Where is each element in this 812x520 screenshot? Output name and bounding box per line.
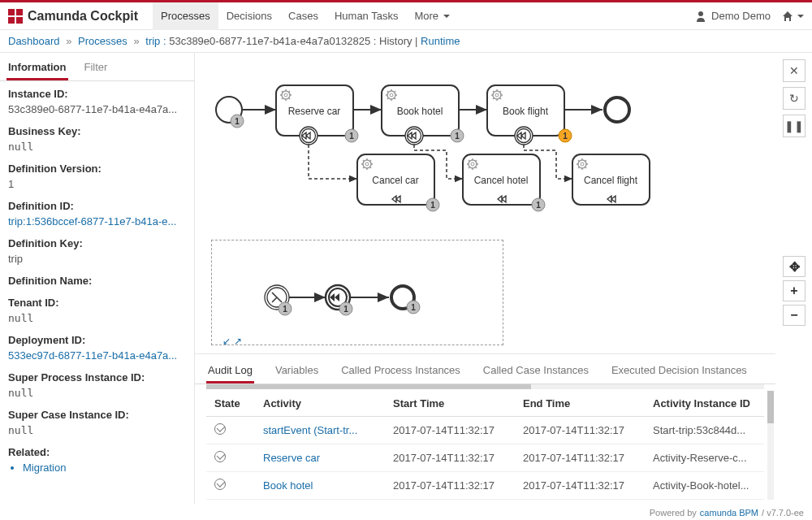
svg-point-4 — [698, 11, 703, 16]
instance-controls: ✕ ↻ ❚❚ — [783, 59, 806, 137]
svg-text:1: 1 — [349, 132, 354, 141]
main-content: Information Filter Instance ID:53c389e0-… — [0, 53, 812, 504]
bottom-tabs: Audit Log Variables Called Process Insta… — [195, 354, 775, 384]
definition-key-value: trip — [8, 253, 186, 265]
tenant-id-label: Tenant ID: — [8, 297, 186, 309]
sidebar-tabs: Information Filter — [0, 53, 194, 81]
instance-id-value: 53c389e0-6877-11e7-b41a-e4a7a... — [8, 103, 186, 115]
breadcrumb-history: History — [379, 35, 412, 47]
audit-log-table: State Activity Start Time End Time Activ… — [206, 391, 764, 500]
tab-executed-decision[interactable]: Executed Decision Instances — [610, 359, 749, 384]
suspend-button[interactable]: ❚❚ — [783, 115, 806, 137]
svg-text:1: 1 — [343, 305, 348, 314]
nav-decisions[interactable]: Decisions — [218, 2, 280, 30]
instance-id-label: Instance ID: — [8, 88, 186, 100]
footer-link[interactable]: camunda BPM — [700, 508, 758, 518]
col-activity[interactable]: Activity — [255, 391, 385, 417]
chevron-down-icon — [797, 15, 804, 18]
activity-link[interactable]: Reserve car — [263, 452, 320, 464]
bottom-panel: Audit Log Variables Called Process Insta… — [195, 353, 775, 504]
super-process-value: null — [8, 387, 186, 399]
tab-filter[interactable]: Filter — [83, 53, 110, 80]
svg-text:1: 1 — [235, 117, 240, 126]
tab-called-process[interactable]: Called Process Instances — [339, 359, 462, 384]
logo-block[interactable]: Camunda Cockpit — [8, 9, 138, 24]
col-state[interactable]: State — [206, 391, 255, 417]
home-icon — [782, 11, 793, 22]
camunda-logo-icon — [8, 9, 23, 24]
super-case-value: null — [8, 424, 186, 436]
related-migration[interactable]: Migration — [23, 462, 66, 474]
tab-audit-log[interactable]: Audit Log — [206, 359, 254, 384]
close-button[interactable]: ✕ — [783, 59, 806, 82]
move-button[interactable]: ✥ — [783, 256, 806, 277]
svg-rect-0 — [8, 9, 15, 15]
user-menu[interactable]: Demo Demo — [695, 10, 771, 22]
breadcrumb-instance-id: 53c389e0-6877-11e7-b41a-e4a7a0132825 — [169, 35, 370, 47]
nav-cases[interactable]: Cases — [280, 2, 326, 30]
completed-icon — [214, 423, 226, 435]
breadcrumb-runtime[interactable]: Runtime — [421, 35, 460, 47]
aid-cell: Activity-Reserve-c... — [645, 444, 764, 472]
event-subprocess[interactable]: 1 1 1 — [211, 240, 503, 345]
svg-text:Cancel hotel: Cancel hotel — [474, 175, 529, 186]
aid-cell: Activity-Book-hotel... — [645, 472, 764, 500]
diagram-area[interactable]: 1 Reserve car Book hotel Book flight Can… — [195, 53, 812, 504]
table-row: startEvent (Start-tr... 2017-07-14T11:32… — [206, 417, 764, 444]
footer: Powered by camunda BPM / v7.7.0-ee — [650, 505, 804, 520]
nav-more[interactable]: More — [406, 2, 458, 30]
svg-text:Book flight: Book flight — [503, 106, 549, 117]
user-label: Demo Demo — [711, 10, 771, 22]
table-vertical-scrollbar[interactable] — [767, 391, 774, 500]
user-icon — [695, 11, 706, 22]
zoom-out-button[interactable]: − — [783, 305, 806, 326]
svg-text:Book hotel: Book hotel — [397, 106, 443, 117]
definition-id-value[interactable]: trip:1:536bccef-6877-11e7-b41a-e... — [8, 215, 176, 228]
refresh-button[interactable]: ↻ — [783, 87, 806, 110]
svg-text:Reserve car: Reserve car — [288, 106, 341, 117]
expand-icon[interactable]: ↗ — [234, 336, 242, 347]
nav-more-label: More — [414, 10, 438, 22]
svg-rect-1 — [16, 9, 23, 15]
tenant-id-value: null — [8, 312, 186, 324]
tab-information[interactable]: Information — [6, 53, 68, 80]
chevron-down-icon — [443, 15, 450, 18]
breadcrumb-definition[interactable]: trip : — [145, 35, 166, 47]
activity-link[interactable]: Book hotel — [263, 479, 313, 492]
zoom-controls: ✥ + − — [783, 256, 806, 326]
deployment-id-label: Deployment ID: — [8, 334, 186, 346]
footer-version: / v7.7.0-ee — [762, 508, 804, 518]
definition-version-label: Definition Version: — [8, 162, 186, 175]
svg-text:Cancel flight: Cancel flight — [584, 175, 638, 186]
deployment-id-value[interactable]: 533ec97d-6877-11e7-b41a-e4a7a... — [8, 349, 177, 362]
home-menu[interactable] — [782, 11, 804, 22]
plus-icon: + — [790, 284, 797, 298]
breadcrumb-processes[interactable]: Processes — [78, 35, 127, 47]
collapse-icon[interactable]: ↙ — [222, 336, 231, 347]
breadcrumb-dashboard[interactable]: Dashboard — [8, 35, 60, 47]
tabs-scrollbar[interactable] — [206, 384, 764, 389]
svg-text:1: 1 — [536, 201, 541, 210]
col-start-time[interactable]: Start Time — [385, 391, 515, 417]
activity-link[interactable]: startEvent (Start-tr... — [263, 424, 357, 436]
super-process-label: Super Process Instance ID: — [8, 371, 186, 384]
end-time-cell: 2017-07-14T11:32:17 — [515, 472, 645, 500]
aid-cell: Start-trip:53c844d... — [645, 417, 764, 444]
svg-text:1: 1 — [563, 132, 568, 141]
end-time-cell: 2017-07-14T11:32:17 — [515, 417, 645, 444]
col-activity-instance-id[interactable]: Activity Instance ID — [645, 391, 764, 417]
end-time-cell: 2017-07-14T11:32:17 — [515, 444, 645, 472]
definition-id-label: Definition ID: — [8, 200, 186, 212]
zoom-in-button[interactable]: + — [783, 280, 806, 301]
sidebar-scroll[interactable]: Instance ID:53c389e0-6877-11e7-b41a-e4a7… — [0, 81, 194, 504]
tab-variables[interactable]: Variables — [274, 359, 320, 384]
close-icon: ✕ — [789, 64, 799, 77]
nav-processes[interactable]: Processes — [153, 2, 218, 30]
col-end-time[interactable]: End Time — [515, 391, 645, 417]
pause-icon: ❚❚ — [784, 119, 804, 132]
nav-human-tasks[interactable]: Human Tasks — [326, 2, 407, 30]
super-case-label: Super Case Instance ID: — [8, 409, 186, 421]
business-key-value: null — [8, 141, 186, 153]
tab-called-case[interactable]: Called Case Instances — [482, 359, 590, 384]
start-time-cell: 2017-07-14T11:32:17 — [385, 417, 515, 444]
